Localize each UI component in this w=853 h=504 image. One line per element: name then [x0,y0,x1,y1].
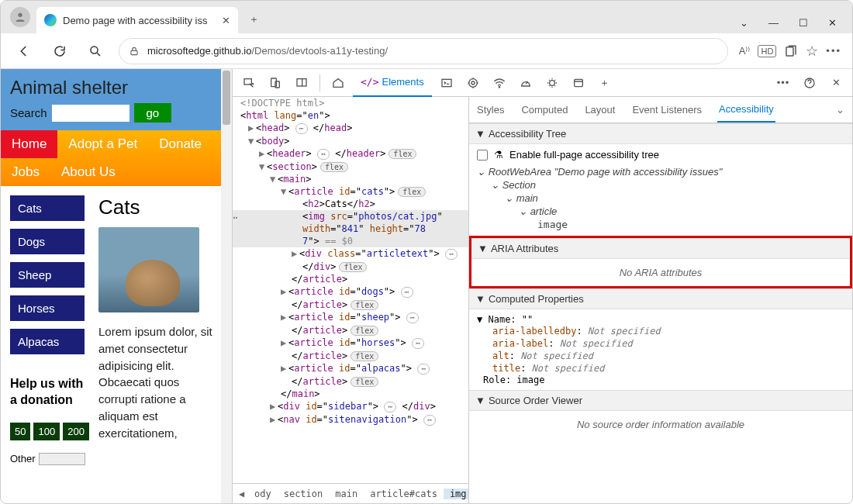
name-row[interactable]: ▼ Name: "" [477,314,844,325]
hd-icon[interactable]: HD [758,45,776,57]
nav-home[interactable]: Home [1,130,57,158]
maximize-icon[interactable]: ☐ [799,17,808,29]
tab-computed[interactable]: Computed [520,98,569,122]
dock-side-icon[interactable] [290,72,313,94]
tree-main[interactable]: ⌄ main [477,192,844,205]
dom-tree[interactable]: <!DOCTYPE html> <html lang="en"> ▶<head>… [233,97,469,503]
dom-article-sheep-close[interactable]: </article>flex [233,324,468,337]
dom-header[interactable]: ▶<header> ⋯ </header>flex [233,147,468,161]
dom-article-alpacas-close[interactable]: </article>flex [233,375,468,388]
dom-article-horses-close[interactable]: </article>flex [233,350,468,362]
performance-tab-icon[interactable] [514,72,537,94]
nav-jobs[interactable]: Jobs [1,158,50,186]
inspect-tool-icon[interactable] [237,72,261,94]
new-tab-button[interactable]: ＋ [241,7,266,32]
dom-img-selected[interactable]: ⋯<img src="photos/cat.jpg" [233,210,468,223]
tab-event-listeners[interactable]: Event Listeners [630,98,703,122]
back-button[interactable] [12,39,36,64]
dom-div-close[interactable]: </div>flex [233,261,468,273]
welcome-tab-icon[interactable] [326,72,350,94]
dom-article-close[interactable]: </article> [233,273,468,285]
dom-sitenav[interactable]: ▶<nav id="sitenavigation"> ⋯ [233,413,468,426]
help-icon[interactable] [798,72,821,94]
sidepane-more-icon[interactable]: ⌄ [834,98,846,122]
aria-attributes-header[interactable]: ▼ARIA Attributes [471,238,850,259]
dom-h2[interactable]: <h2>Cats</h2> [233,198,468,210]
other-amount-input[interactable] [39,453,85,465]
dom-body[interactable]: ▼<body> [233,135,468,147]
device-emulation-icon[interactable] [264,72,287,94]
donate-200[interactable]: 200 [63,423,89,440]
crumb-body[interactable]: ody [248,488,278,499]
minimize-icon[interactable]: ― [768,17,779,29]
more-icon[interactable]: ••• [826,45,841,57]
tab-close-icon[interactable]: ✕ [222,15,230,26]
source-order-header[interactable]: ▼Source Order Viewer [469,390,852,411]
dom-articletext[interactable]: ▶<div class="articletext"> ⋯ [233,247,468,261]
browser-tab[interactable]: Demo page with accessibility iss ✕ [36,7,238,33]
crumb-img[interactable]: img [444,488,468,499]
crumb-section[interactable]: section [278,488,330,499]
tree-article[interactable]: ⌄ article [477,205,844,218]
memory-tab-icon[interactable] [540,72,564,94]
dom-img-line3[interactable]: 7"> == $0 [233,235,468,247]
read-aloud-icon[interactable]: A⁾⁾ [739,45,751,57]
go-button[interactable]: go [134,103,172,123]
dom-article-dogs[interactable]: ▶<article id="dogs"> ⋯ [233,285,468,299]
profile-avatar[interactable] [10,7,30,27]
tree-image[interactable]: image [477,218,844,231]
nav-about[interactable]: About Us [50,158,126,186]
tab-layout[interactable]: Layout [583,98,616,122]
collections-icon[interactable] [784,44,798,58]
favorite-icon[interactable]: ☆ [806,43,818,60]
tree-root[interactable]: ⌄ RootWebArea "Demo page with accessibil… [477,165,844,178]
cat-alpacas[interactable]: Alpacas [10,329,85,354]
cat-cats[interactable]: Cats [10,195,85,221]
devtools-more-icon[interactable]: ••• [772,72,795,94]
sources-tab-icon[interactable] [461,72,485,94]
dom-article-sheep[interactable]: ▶<article id="sheep"> ⋯ [233,311,468,324]
window-close-icon[interactable]: ✕ [828,17,837,29]
refresh-button[interactable] [47,39,72,64]
dom-img-line2[interactable]: width="841" height="78 [233,223,468,235]
dom-main-close[interactable]: </main> [233,388,468,400]
tree-section[interactable]: ⌄ Section [477,178,844,192]
dom-article-alpacas[interactable]: ▶<article id="alpacas"> ⋯ [233,362,468,375]
nav-adopt[interactable]: Adopt a Pet [57,130,148,158]
cat-dogs[interactable]: Dogs [10,229,85,254]
search-input[interactable] [52,105,130,122]
page-scrollbar[interactable] [221,69,232,503]
dom-head[interactable]: ▶<head> ⋯ </head> [233,122,468,135]
dom-article-horses[interactable]: ▶<article id="horses"> ⋯ [233,337,468,350]
dom-section[interactable]: ▼<section>flex [233,161,468,173]
a11y-tree-header[interactable]: ▼Accessibility Tree [469,123,852,144]
crumb-main[interactable]: main [329,488,364,499]
donate-100[interactable]: 100 [33,423,60,440]
dom-html[interactable]: <html lang="en"> [233,109,468,122]
console-tab-icon[interactable] [435,72,458,94]
chevron-down-icon[interactable]: ⌄ [740,17,748,29]
dom-main[interactable]: ▼<main> [233,173,468,185]
crumb-prev-icon[interactable]: ◀ [233,488,248,499]
donate-50[interactable]: 50 [10,423,30,440]
dom-article-dogs-close[interactable]: </article>flex [233,299,468,311]
dom-doctype[interactable]: <!DOCTYPE html> [233,97,468,109]
nav-donate[interactable]: Donate [148,130,212,158]
search-icon[interactable] [83,39,108,64]
add-tab-icon[interactable]: ＋ [593,72,616,94]
application-tab-icon[interactable] [567,72,590,94]
dom-sidebar[interactable]: ▶<div id="sidebar"> ⋯ </div> [233,400,468,413]
cat-sheep[interactable]: Sheep [10,262,85,288]
url-box[interactable]: microsoftedge.github.io/Demos/devtools-a… [119,38,728,64]
dom-article-cats[interactable]: ▼<article id="cats">flex [233,185,468,198]
tab-styles[interactable]: Styles [475,98,506,122]
breadcrumb[interactable]: ◀ ody section main article#cats img ▶ [233,483,468,503]
devtools-close-icon[interactable]: ✕ [824,72,848,94]
crumb-article[interactable]: article#cats [364,488,444,499]
tab-accessibility[interactable]: Accessibility [717,97,775,123]
network-tab-icon[interactable] [488,72,511,94]
computed-props-header[interactable]: ▼Computed Properties [469,288,852,309]
elements-tab[interactable]: </>Elements [353,69,432,97]
fullpage-tree-checkbox[interactable] [477,150,488,161]
cat-horses[interactable]: Horses [10,295,85,321]
